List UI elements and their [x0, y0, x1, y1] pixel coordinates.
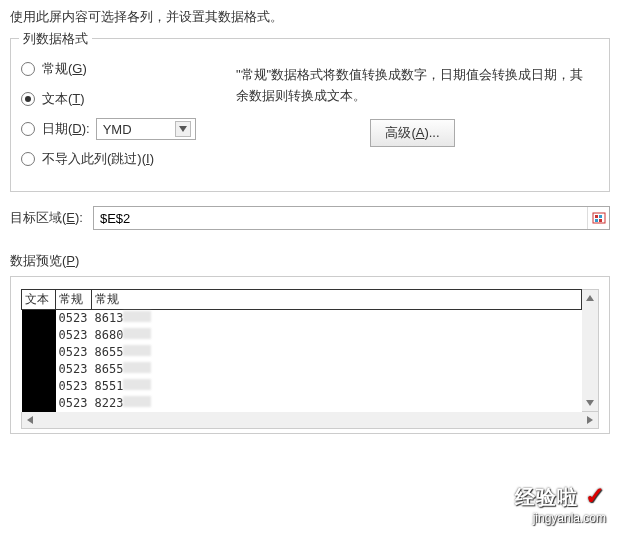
radio-date[interactable]: 日期(D): YMD: [21, 117, 236, 141]
table-cell[interactable]: 0523: [56, 395, 92, 412]
radio-skip-label: 不导入此列(跳过)(I): [42, 150, 154, 168]
preview-table[interactable]: 文本 常规 常规 0523 8613 0523 8680: [21, 289, 582, 412]
svg-marker-7: [586, 400, 594, 406]
scroll-down-icon[interactable]: [582, 395, 598, 411]
scroll-track[interactable]: [38, 412, 582, 428]
table-cell[interactable]: 0523: [56, 361, 92, 378]
radio-skip[interactable]: 不导入此列(跳过)(I): [21, 147, 236, 171]
table-cell[interactable]: 0523: [56, 378, 92, 395]
vertical-scrollbar[interactable]: [582, 289, 599, 412]
table-cell[interactable]: [22, 327, 56, 344]
instruction-text: 使用此屏内容可选择各列，并设置其数据格式。: [10, 8, 610, 26]
table-header[interactable]: 常规: [56, 290, 92, 310]
table-cell[interactable]: 0523: [56, 344, 92, 361]
radio-text-indicator: [21, 92, 35, 106]
table-cell[interactable]: 0523: [56, 327, 92, 344]
radio-date-label: 日期(D):: [42, 120, 90, 138]
svg-marker-6: [586, 295, 594, 301]
table-cell[interactable]: [22, 310, 56, 327]
format-description: "常规"数据格式将数值转换成数字，日期值会转换成日期，其余数据则转换成文本。: [236, 65, 589, 107]
scroll-right-icon[interactable]: [582, 412, 598, 428]
advanced-button[interactable]: 高级(A)...: [370, 119, 454, 147]
table-row: 0523 8613: [22, 310, 582, 327]
table-header-row: 文本 常规 常规: [22, 290, 582, 310]
radio-general[interactable]: 常规(G): [21, 57, 236, 81]
range-picker-icon[interactable]: [587, 207, 609, 229]
table-cell[interactable]: 8680: [92, 327, 582, 344]
radio-skip-indicator: [21, 152, 35, 166]
table-row: 0523 8655: [22, 344, 582, 361]
scroll-left-icon[interactable]: [22, 412, 38, 428]
column-format-legend: 列数据格式: [19, 30, 92, 48]
table-row: 0523 8680: [22, 327, 582, 344]
svg-marker-0: [179, 126, 187, 132]
table-cell[interactable]: 8655: [92, 361, 582, 378]
table-cell[interactable]: 8613: [92, 310, 582, 327]
radio-general-label: 常规(G): [42, 60, 87, 78]
radio-general-indicator: [21, 62, 35, 76]
table-row: 0523 8551: [22, 378, 582, 395]
table-cell[interactable]: [22, 344, 56, 361]
table-cell[interactable]: 8551: [92, 378, 582, 395]
table-header[interactable]: 常规: [92, 290, 582, 310]
radio-date-indicator: [21, 122, 35, 136]
table-cell[interactable]: 8655: [92, 344, 582, 361]
svg-rect-3: [599, 215, 602, 218]
date-format-select[interactable]: YMD: [96, 118, 196, 140]
svg-marker-8: [27, 416, 33, 424]
svg-rect-4: [595, 219, 598, 222]
chevron-down-icon: [175, 121, 191, 137]
svg-rect-5: [599, 219, 602, 222]
table-cell[interactable]: [22, 378, 56, 395]
horizontal-scrollbar[interactable]: [21, 412, 599, 429]
table-cell[interactable]: 0523: [56, 310, 92, 327]
radio-text-label: 文本(T): [42, 90, 85, 108]
column-format-group: 列数据格式 常规(G) 文本(T) 日期(D): YMD: [10, 38, 610, 192]
target-range-input[interactable]: [94, 207, 587, 229]
svg-rect-2: [595, 215, 598, 218]
table-header[interactable]: 文本: [22, 290, 56, 310]
table-row: 0523 8223: [22, 395, 582, 412]
watermark: 经验啦 ✓ jingyanla.com: [515, 482, 606, 525]
scroll-track[interactable]: [582, 306, 598, 395]
radio-text[interactable]: 文本(T): [21, 87, 236, 111]
table-cell[interactable]: [22, 395, 56, 412]
table-row: 0523 8655: [22, 361, 582, 378]
table-cell[interactable]: 8223: [92, 395, 582, 412]
preview-label: 数据预览(P): [10, 252, 610, 270]
table-cell[interactable]: [22, 361, 56, 378]
date-format-value: YMD: [103, 122, 132, 137]
preview-box: 文本 常规 常规 0523 8613 0523 8680: [10, 276, 610, 434]
target-label: 目标区域(E):: [10, 209, 83, 227]
svg-marker-9: [587, 416, 593, 424]
scroll-up-icon[interactable]: [582, 290, 598, 306]
